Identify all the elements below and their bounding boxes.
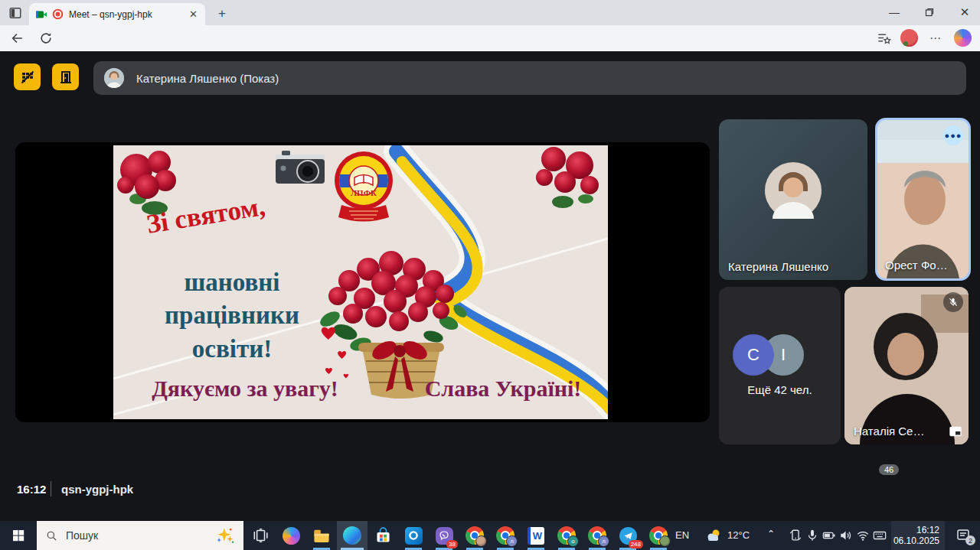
profile-avatar[interactable]: [900, 29, 918, 47]
presenter-name: Катерина Ляшенко (Показ): [136, 72, 279, 85]
presentation-slide: ЛПФК Зі святом, шановні працівники освіт…: [113, 145, 608, 419]
participant-tile-orest[interactable]: ●●● Орест Фо…: [875, 118, 971, 281]
chrome-profile2-button[interactable]: л: [490, 521, 521, 550]
more-horiz-icon: ●●●: [945, 132, 962, 139]
chrome-profile3-button[interactable]: о: [551, 521, 582, 550]
tab-close-icon[interactable]: ✕: [188, 8, 199, 20]
weather-icon: [704, 526, 723, 545]
word-letter: W: [533, 530, 542, 542]
clock-date: 06.10.2025: [893, 535, 939, 546]
edge-taskbar-button[interactable]: [337, 521, 368, 550]
window-minimize-button[interactable]: —: [884, 3, 905, 21]
tray-mic-icon[interactable]: [805, 529, 819, 542]
chrome-icon: [649, 526, 668, 545]
vertical-tabs-icon[interactable]: [8, 5, 23, 21]
window-close-button[interactable]: ✕: [954, 3, 975, 21]
start-button[interactable]: [0, 521, 37, 550]
clock-time: 16:12: [916, 525, 939, 535]
participant-avatar: [765, 162, 822, 219]
meeting-code: qsn-ygpj-hpk: [61, 483, 133, 496]
participant-name: Орест Фо…: [885, 259, 948, 272]
chrome-profile1-button[interactable]: [459, 521, 490, 550]
telegram-button[interactable]: 248: [612, 521, 643, 550]
store-icon: [374, 527, 392, 545]
search-icon: [46, 530, 57, 542]
mic-off-icon: [948, 297, 959, 308]
tile-options-button[interactable]: ●●●: [943, 125, 963, 145]
participant-tile-kateryna[interactable]: Катерина Ляшенко: [719, 119, 867, 280]
windows-logo-icon: [12, 529, 24, 542]
word-button[interactable]: W: [521, 521, 551, 550]
tray-wifi-icon[interactable]: [856, 529, 870, 542]
profile-photo-badge: [475, 535, 487, 547]
chrome-profile5-button[interactable]: [643, 521, 674, 550]
presenter-banner[interactable]: Катерина Ляшенко (Показ): [93, 61, 966, 95]
recording-indicator-icon: [52, 8, 64, 20]
browser-tab[interactable]: Meet – qsn-ygpj-hpk ✕: [29, 3, 205, 25]
ms-store-button[interactable]: [368, 521, 398, 550]
reload-icon[interactable]: [35, 28, 57, 49]
meet-logo-icon: [35, 8, 47, 21]
chrome-icon: л: [588, 526, 606, 545]
tray-expand-chevron[interactable]: ⌃: [767, 529, 775, 539]
telegram-badge: 248: [629, 540, 643, 548]
slide-greeting-2: шановні: [136, 269, 328, 296]
others-count-label: Ещё 42 чел.: [719, 383, 841, 396]
presenter-avatar: [104, 68, 124, 88]
browser-menu-icon[interactable]: ⋯: [926, 29, 945, 47]
file-explorer-button[interactable]: [306, 521, 337, 550]
chrome-profile4-button[interactable]: л: [582, 521, 612, 550]
overlay-grid-off-button[interactable]: [14, 63, 41, 90]
notification-count-badge: 2: [965, 535, 975, 545]
overlay-exit-button[interactable]: [52, 63, 79, 90]
viber-badge: 38: [446, 540, 458, 548]
language-indicator[interactable]: EN: [675, 529, 689, 541]
copilot-icon[interactable]: [954, 29, 972, 47]
pip-icon[interactable]: [949, 425, 962, 438]
taskbar-clock[interactable]: 16:12 06.10.2025: [891, 521, 945, 550]
folder-icon: [312, 526, 331, 545]
tray-volume-icon[interactable]: [839, 529, 853, 542]
viber-button[interactable]: 38: [429, 521, 459, 550]
task-view-button[interactable]: [245, 521, 276, 550]
temperature-label: 12°C: [727, 529, 750, 541]
tray-battery-icon[interactable]: [822, 529, 836, 542]
avatar-c: C: [733, 334, 774, 376]
collections-icon[interactable]: [874, 29, 893, 47]
copilot-taskbar-button[interactable]: [276, 521, 306, 550]
meet-clock: 16:12: [17, 483, 46, 496]
participants-count-badge: 46: [879, 464, 899, 475]
profile-letter-badge: л: [598, 535, 609, 547]
search-placeholder: Пошук: [66, 529, 216, 542]
browser-toolbar: https://meet.google.com/qsn-ygpj-hpk A ⋯: [0, 25, 980, 52]
participant-tile-nataliya[interactable]: Наталія Се…: [844, 287, 969, 444]
slide-glory: Слава Україні!: [403, 376, 603, 401]
profile-letter-badge: о: [567, 535, 579, 547]
new-tab-button[interactable]: +: [213, 5, 231, 23]
task-view-icon: [252, 527, 269, 544]
back-icon[interactable]: [6, 28, 28, 49]
word-icon: W: [528, 527, 544, 545]
presentation-tile[interactable]: ЛПФК Зі святом, шановні працівники освіт…: [15, 142, 710, 422]
others-tile[interactable]: I C Ещё 42 чел.: [719, 287, 841, 444]
participant-video: [877, 140, 969, 278]
windows-taskbar: Пошук 38: [0, 521, 980, 550]
participant-name: Наталія Се…: [854, 425, 924, 438]
notification-center-button[interactable]: 2: [948, 521, 980, 550]
window-restore-button[interactable]: [919, 3, 940, 21]
slide-greeting-4: освіти!: [136, 336, 328, 363]
chrome-icon: л: [496, 526, 514, 545]
meet-app: Катерина Ляшенко (Показ): [0, 51, 980, 521]
mic-muted-indicator: [943, 292, 963, 312]
profile-letter-badge: л: [506, 535, 518, 547]
weather-widget[interactable]: [704, 526, 723, 548]
slide-thanks: Дякуємо за увагу!: [115, 376, 375, 401]
taskbar-search-box[interactable]: Пошук: [37, 521, 243, 550]
search-highlights-icon[interactable]: [216, 526, 234, 545]
grid-off-icon: [20, 70, 35, 85]
tray-keyboard-icon[interactable]: [873, 529, 887, 542]
outlook-button[interactable]: [398, 521, 429, 550]
profile-photo-badge: [659, 535, 671, 547]
participant-name: Катерина Ляшенко: [728, 260, 828, 273]
tray-device-icon[interactable]: [789, 529, 802, 542]
